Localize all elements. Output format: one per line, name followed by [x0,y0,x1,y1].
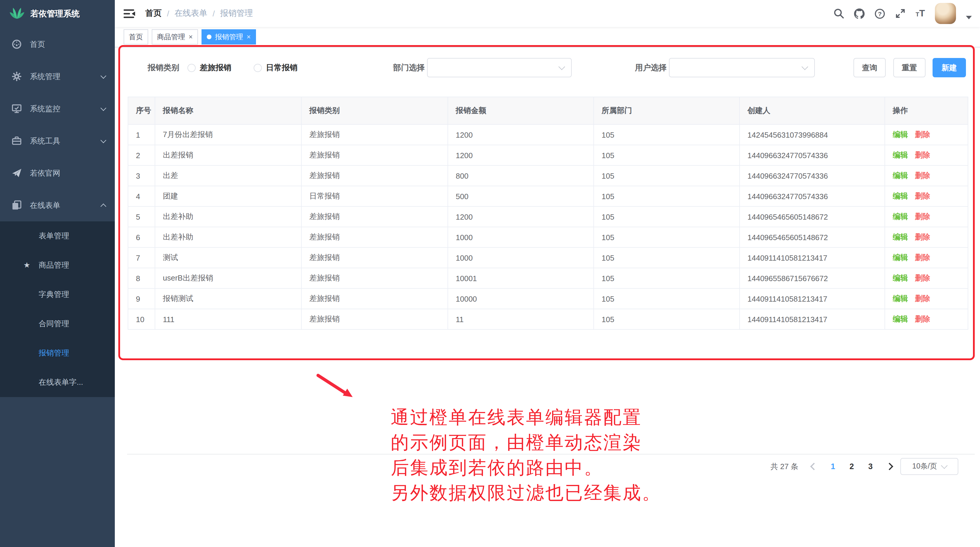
github-icon[interactable] [854,8,865,19]
radio-label: 差旅报销 [200,62,231,73]
pagination-total: 共 27 条 [771,461,799,472]
radio-icon[interactable] [254,64,262,72]
tab-product-mgmt[interactable]: 商品管理 × [152,29,198,45]
breadcrumb-expense-mgmt: 报销管理 [220,8,253,19]
cell-name: 出差 [155,165,301,186]
delete-link[interactable]: 删除 [915,171,930,180]
close-icon[interactable]: × [247,33,251,40]
app-logo[interactable]: 若依管理系统 [0,0,115,28]
sidebar-item-expense-mgmt[interactable]: 报销管理 [0,339,115,368]
sidebar-item-online-forms[interactable]: 在线表单 [0,189,115,221]
edit-link[interactable]: 编辑 [893,232,908,241]
sidebar-item-dict-mgmt[interactable]: 字典管理 [0,280,115,309]
edit-link[interactable]: 编辑 [893,151,908,159]
sidebar-item-form-mgmt[interactable]: 表单管理 [0,221,115,251]
fullscreen-icon[interactable] [895,8,905,19]
search-button[interactable]: 查询 [853,58,886,77]
table-row: 10 111 差旅报销 11 105 1440911410581213417 编… [128,309,968,329]
sidebar-item-label: 系统管理 [30,71,60,82]
delete-link[interactable]: 删除 [915,253,930,262]
caret-down-icon[interactable] [966,16,972,19]
cell-no: 8 [128,268,155,288]
sidebar: 若依管理系统 首页 [0,0,115,547]
sidebar-item-contract-mgmt[interactable]: 合同管理 [0,309,115,339]
search-icon[interactable] [834,8,844,19]
table-row: 2 出差报销 差旅报销 1200 105 1440966324770574336… [128,145,968,165]
radio-travel-expense[interactable]: 差旅报销 [188,62,231,73]
edit-link[interactable]: 编辑 [893,315,908,323]
delete-link[interactable]: 删除 [915,294,930,303]
col-header-name: 报销名称 [155,97,301,124]
chevron-down-icon [100,73,106,78]
user-select[interactable] [669,58,815,77]
cell-dept: 105 [594,247,740,268]
annotation-line: 另外数据权限过滤也已经集成。 [391,480,661,506]
sidebar-item-home[interactable]: 首页 [0,28,115,60]
dept-select[interactable] [427,58,572,77]
edit-link[interactable]: 编辑 [893,171,908,180]
breadcrumb-home[interactable]: 首页 [145,8,162,19]
sidebar-item-system-tools[interactable]: 系统工具 [0,125,115,157]
cell-type: 日常报销 [301,186,448,207]
tags-view-bar: 首页 商品管理 × 报销管理 × [115,27,980,48]
sidebar-item-product-mgmt[interactable]: ★ 商品管理 [0,251,115,280]
page-size-select[interactable]: 10条/页 [900,458,958,475]
radio-label: 日常报销 [266,62,298,73]
table-row: 1 7月份出差报销 差旅报销 1200 105 1424545631073996… [128,124,968,145]
delete-link[interactable]: 删除 [915,212,930,221]
page-number-2[interactable]: 2 [845,462,859,471]
cell-dept: 105 [594,186,740,207]
cell-no: 4 [128,186,155,207]
cell-creator: 1440966324770574336 [740,165,885,186]
delete-link[interactable]: 删除 [915,151,930,159]
cell-type: 差旅报销 [301,288,448,309]
cell-dept: 105 [594,207,740,227]
page-number-3[interactable]: 3 [864,462,878,471]
cell-amount: 10001 [448,268,594,288]
sidebar-item-online-form-dict[interactable]: 在线表单字... [0,368,115,397]
edit-link[interactable]: 编辑 [893,212,908,221]
sidebar-item-official-site[interactable]: 若依官网 [0,157,115,189]
table-row: 9 报销测试 差旅报销 10000 105 144091141058121341… [128,288,968,309]
table-row: 3 出差 差旅报销 800 105 1440966324770574336 编辑… [128,165,968,186]
font-size-icon[interactable]: TT [916,9,925,18]
sidebar-item-system-admin[interactable]: 系统管理 [0,60,115,92]
edit-link[interactable]: 编辑 [893,130,908,139]
sidebar-item-label: 系统工具 [30,135,60,146]
edit-link[interactable]: 编辑 [893,253,908,262]
create-button[interactable]: 新建 [932,58,966,77]
radio-daily-expense[interactable]: 日常报销 [254,62,298,73]
delete-link[interactable]: 删除 [915,191,930,200]
sidebar-toggle-button[interactable] [124,8,135,19]
cell-no: 9 [128,288,155,309]
avatar[interactable] [935,3,956,24]
delete-link[interactable]: 删除 [915,130,930,139]
edit-link[interactable]: 编辑 [893,294,908,303]
cell-type: 差旅报销 [301,268,448,288]
tab-home[interactable]: 首页 [124,29,148,45]
prev-page-icon[interactable] [810,463,818,470]
annotation-line: 的示例页面，由橙单动态渲染 [391,430,661,455]
page-number-1[interactable]: 1 [826,462,840,471]
chevron-up-icon [100,204,106,209]
edit-link[interactable]: 编辑 [893,274,908,282]
paper-plane-icon [12,168,22,178]
cell-creator: 1440911410581213417 [740,247,885,268]
reset-button[interactable]: 重置 [893,58,926,77]
edit-link[interactable]: 编辑 [893,191,908,200]
delete-link[interactable]: 删除 [915,232,930,241]
radio-icon[interactable] [188,64,196,72]
tab-expense-mgmt[interactable]: 报销管理 × [202,29,256,45]
delete-link[interactable]: 删除 [915,315,930,323]
help-icon[interactable]: ? [875,8,885,19]
app-title: 若依管理系统 [30,9,80,19]
breadcrumb-separator: / [167,9,169,18]
close-icon[interactable]: × [189,33,193,40]
delete-link[interactable]: 删除 [915,274,930,282]
sidebar-item-system-monitor[interactable]: 系统监控 [0,92,115,125]
cell-amount: 800 [448,165,594,186]
next-page-icon[interactable] [886,463,893,470]
col-header-type: 报销类别 [301,97,448,124]
cell-dept: 105 [594,165,740,186]
app-root: 若依管理系统 首页 [0,0,980,547]
